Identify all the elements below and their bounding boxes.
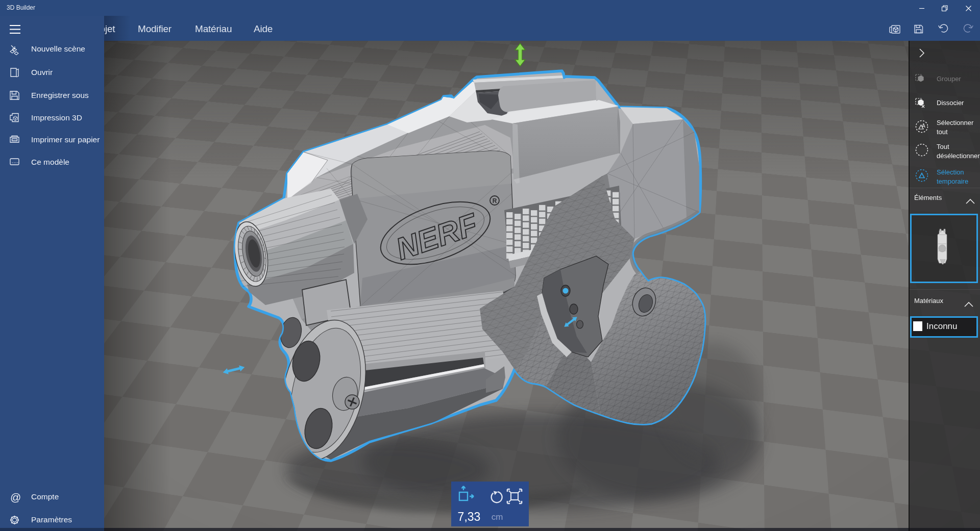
svg-text:@: @ <box>10 491 21 503</box>
svg-text:A: A <box>922 123 925 129</box>
svg-text:R: R <box>493 197 497 205</box>
